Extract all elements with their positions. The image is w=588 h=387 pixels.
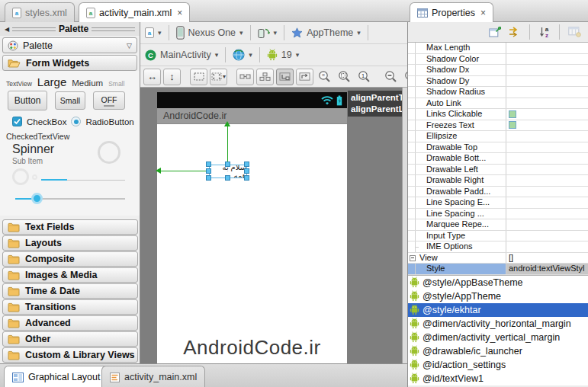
property-value[interactable] — [506, 165, 588, 175]
property-value[interactable] — [506, 153, 588, 164]
property-row[interactable]: Drawable Right — [408, 175, 588, 187]
property-row[interactable]: Line Spacing E... — [408, 197, 588, 209]
palette-section[interactable]: Text Fields — [2, 219, 138, 235]
property-value[interactable] — [506, 131, 588, 142]
layout-alignment-button-3[interactable] — [276, 69, 294, 85]
palette-item-medium-text[interactable]: Medium — [72, 78, 103, 88]
property-value[interactable] — [506, 197, 588, 208]
selection-handle-sw[interactable] — [206, 175, 211, 181]
property-row[interactable]: Drawable Bott... — [408, 153, 588, 165]
property-value[interactable] — [506, 87, 588, 98]
property-row[interactable]: Drawable Padd... — [408, 187, 588, 198]
orientation-selector[interactable]: ▾ — [258, 27, 278, 39]
zoom-out-fit-button[interactable]: = — [316, 69, 333, 85]
checkbox-checked-icon[interactable] — [12, 117, 22, 126]
show-advanced-properties-button[interactable] — [507, 24, 522, 40]
property-row[interactable]: Marquee Repe... — [408, 219, 588, 231]
resource-list-item[interactable]: @id/textView1 — [408, 372, 588, 385]
property-value[interactable] — [506, 76, 588, 87]
palette-section[interactable]: Images & Media — [2, 267, 138, 283]
property-row[interactable]: Max Length — [408, 43, 588, 54]
property-value[interactable] — [506, 241, 588, 252]
close-icon[interactable]: × — [177, 8, 182, 18]
layout-alignment-button-2[interactable] — [256, 69, 274, 85]
spinner-sub-item[interactable]: Sub Item — [12, 157, 43, 165]
property-value[interactable]: android:textViewStyl — [506, 264, 588, 274]
pin-view-button[interactable] — [487, 24, 503, 40]
radiobutton-icon[interactable] — [71, 117, 81, 126]
palette-dropdown[interactable]: Palette ▽ — [2, 37, 137, 53]
locale-selector[interactable]: ▾ — [233, 49, 252, 61]
property-row[interactable]: Style android:textViewStyl — [408, 264, 588, 275]
activity-selector[interactable]: C MainActivity ▾ — [145, 50, 218, 61]
zoom-fit-button[interactable] — [336, 69, 353, 85]
palette-item-togglebutton[interactable]: OFF — [93, 91, 125, 110]
device-selector[interactable]: Nexus One ▾ — [176, 26, 243, 40]
progressbar-small-icon[interactable] — [32, 174, 37, 180]
palette-section[interactable]: Other — [2, 331, 138, 347]
property-row[interactable]: Shadow Dy — [408, 76, 588, 88]
resource-list-item[interactable]: @drawable/ic_launcher — [408, 344, 588, 358]
sort-alphabetically-button[interactable]: az — [537, 24, 552, 40]
property-row[interactable]: Drawable Left — [408, 165, 588, 176]
selection-handle-w[interactable] — [206, 168, 211, 174]
palette-section[interactable]: Advanced — [2, 315, 138, 331]
palette-section[interactable]: Layouts — [2, 235, 138, 251]
device-preview[interactable]: AndroidCode.ir AndroidCode.ir — [157, 92, 347, 364]
resource-list-item[interactable]: @style/ekhtar — [408, 303, 588, 317]
resource-list-item[interactable]: @dimen/activity_horizontal_margin — [408, 317, 588, 331]
tab-properties[interactable]: Properties × — [410, 2, 493, 22]
selection-handle-e[interactable] — [244, 168, 249, 174]
zoom-100-button[interactable]: 1 — [355, 69, 373, 85]
expand-to-fit-button[interactable]: ▾ — [210, 69, 227, 85]
property-value[interactable] — [506, 65, 588, 75]
close-icon[interactable]: × — [480, 8, 486, 18]
resource-list-item[interactable]: @style/AppTheme — [408, 289, 588, 303]
resource-list-item[interactable]: @dimen/activity_vertical_margin — [408, 331, 588, 344]
palette-item-small-text[interactable]: Small — [108, 80, 124, 88]
design-canvas[interactable]: AndroidCode.ir AndroidCode.ir سلام به هم… — [140, 88, 407, 364]
tab-graphical-layout[interactable]: Graphical Layout — [4, 366, 109, 387]
property-row[interactable]: Ellipsize — [408, 131, 588, 142]
match-parent-width-button[interactable]: ↔ — [143, 69, 161, 85]
resource-list-item[interactable]: @id/action_settings — [408, 358, 588, 372]
api-level-selector[interactable]: 19 ▾ — [267, 49, 299, 61]
property-value[interactable] — [506, 98, 588, 109]
selection-handle-n[interactable] — [225, 162, 230, 167]
show-margins-button[interactable] — [190, 69, 207, 85]
layout-alignment-button-1[interactable] — [236, 69, 254, 85]
property-value[interactable] — [506, 43, 588, 53]
palette-item-spinner[interactable]: Spinner — [12, 142, 54, 156]
tab-activity-main-xml-source[interactable]: activity_main.xml — [101, 366, 205, 387]
palette-section[interactable]: Time & Date — [2, 283, 138, 299]
layout-alignment-button-4[interactable] — [296, 69, 313, 85]
property-row[interactable]: IME Options — [408, 241, 588, 253]
tab-activity-main-xml[interactable]: a activity_main.xml × — [79, 2, 190, 22]
collapse-minus-icon[interactable] — [410, 255, 416, 261]
palette-section[interactable]: Composite — [2, 251, 138, 267]
zoom-out-button[interactable] — [382, 69, 400, 85]
property-value[interactable] — [506, 219, 588, 230]
palette-item-large-text[interactable]: Large — [37, 75, 66, 88]
property-row[interactable]: Drawable Top — [408, 142, 588, 154]
property-value[interactable] — [506, 187, 588, 197]
palette-section[interactable]: Custom & Library Views — [2, 347, 138, 363]
selection-handle-nw[interactable] — [206, 162, 211, 167]
seekbar-thumb[interactable] — [31, 193, 43, 204]
property-value[interactable] — [506, 120, 588, 131]
progressbar-large-icon[interactable] — [98, 141, 120, 164]
property-value[interactable] — [506, 231, 588, 241]
property-value[interactable] — [506, 209, 588, 219]
theme-selector[interactable]: AppTheme ▾ — [291, 27, 361, 38]
collapse-left-icon[interactable]: ◀ — [5, 26, 9, 33]
selection-handle-se[interactable] — [244, 175, 249, 181]
property-value[interactable] — [506, 175, 588, 186]
property-row[interactable]: Shadow Dx — [408, 65, 588, 76]
tab-styles-xml[interactable]: a styles.xml — [5, 2, 75, 22]
palette-item-button[interactable]: Button — [8, 91, 47, 110]
property-row[interactable]: Line Spacing ... — [408, 209, 588, 220]
palette-section[interactable]: Transitions — [2, 299, 138, 315]
property-row[interactable]: Auto Link — [408, 98, 588, 110]
edit-property-button[interactable] — [567, 24, 582, 40]
resource-list-item[interactable]: @style/AppBaseTheme — [408, 276, 588, 289]
